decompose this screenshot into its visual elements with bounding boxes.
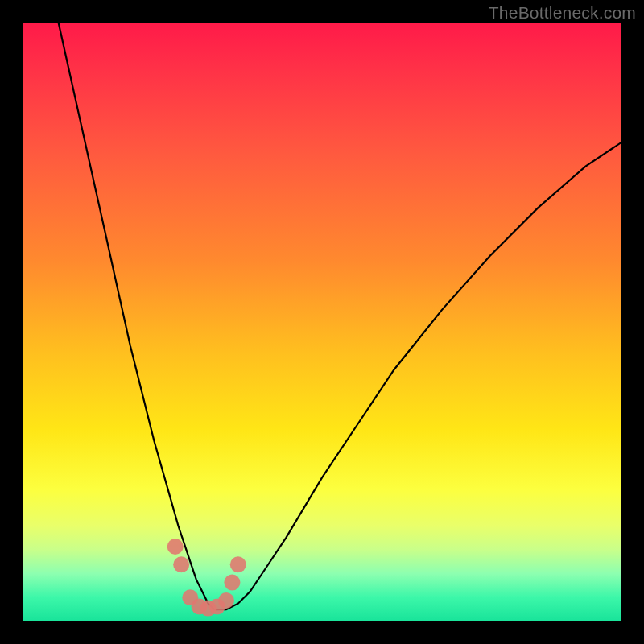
curve-svg [23,23,621,621]
svg-point-7 [224,575,240,591]
watermark-text: TheBottleneck.com [489,3,636,23]
bottleneck-curve [59,23,621,609]
svg-point-0 [167,539,184,555]
plot-area [23,23,621,621]
svg-point-6 [218,592,234,609]
chart-frame: TheBottleneck.com [0,0,644,644]
svg-point-1 [173,556,189,572]
svg-point-8 [230,556,246,572]
